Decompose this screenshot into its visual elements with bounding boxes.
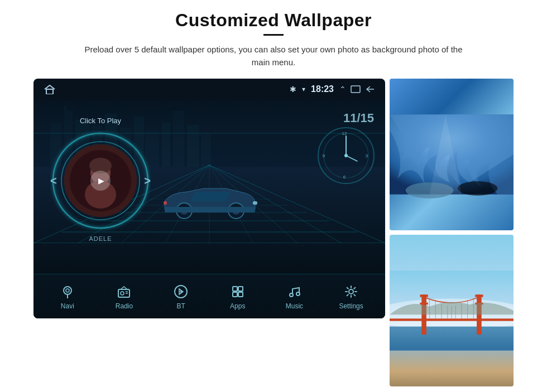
page-container: Customized Wallpaper Preload over 5 defa… [0,0,547,392]
svg-point-60 [66,289,69,292]
music-player: Click To Play [50,117,151,242]
screen-content: Click To Play [33,100,385,274]
wallpaper-ice-cave [390,79,514,230]
nav-item-navi[interactable]: Navi [45,283,90,310]
svg-text:12: 12 [342,131,347,136]
ice-cave-image [390,79,514,230]
svg-rect-6 [64,105,66,112]
back-arrow-icon [365,85,375,93]
svg-rect-79 [390,327,514,351]
song-title: ADELE [89,235,112,242]
gauge-svg: 12 3 6 9 [315,125,377,186]
radio-icon [116,283,132,300]
svg-line-53 [346,156,357,161]
prev-button[interactable]: < [50,175,57,187]
wifi-icon: ▾ [302,85,305,93]
play-button[interactable]: ▶ [90,171,111,191]
title-divider [263,34,284,36]
content-row: ✱ ▾ 18:23 ⌃ [33,79,514,386]
bridge-image [390,235,514,386]
bt-label: BT [176,302,185,310]
next-button[interactable]: > [144,175,151,187]
status-bar-left [44,84,56,94]
nav-item-settings[interactable]: Settings [329,283,373,310]
bridge-svg [390,235,514,386]
wallpaper-bridge [390,235,514,386]
album-art-circle: ▶ [64,144,137,217]
svg-rect-0 [46,89,53,94]
music-icon [286,283,303,300]
apps-label: Apps [230,302,245,310]
settings-label: Settings [339,302,363,310]
svg-rect-86 [390,318,514,321]
nav-bar: Navi Radio [33,274,385,318]
svg-rect-80 [421,294,426,335]
wallpaper-thumbnails [390,79,514,386]
radio-label: Radio [116,302,133,310]
svg-text:6: 6 [343,175,346,180]
svg-point-76 [458,181,498,196]
svg-rect-83 [477,294,482,335]
navi-icon [59,283,76,300]
page-subtitle: Preload over 5 default wallpaper options… [78,43,469,69]
music-label: Music [286,302,303,310]
apps-icon [229,283,246,300]
status-bar: ✱ ▾ 18:23 ⌃ [33,79,385,100]
svg-text:3: 3 [366,153,368,158]
svg-rect-69 [233,292,237,297]
svg-rect-81 [420,294,428,297]
window-icon [351,85,361,93]
time-display: 18:23 [311,84,334,94]
svg-point-54 [344,154,348,157]
bt-nav-icon [172,283,189,300]
svg-point-73 [349,289,353,294]
date-display: 11/15 [343,111,374,125]
svg-rect-48 [253,201,257,205]
play-icon: ▶ [98,176,104,185]
ice-cave-svg [390,79,514,230]
svg-rect-49 [164,201,167,205]
home-icon [44,84,56,94]
car-silhouette-svg [153,176,265,226]
nav-arrows: ⌃ [339,85,375,94]
up-arrow-icon: ⌃ [339,85,346,94]
status-bar-right: ✱ ▾ 18:23 ⌃ [290,84,375,94]
nav-item-bt[interactable]: BT [159,283,203,310]
navi-label: Navi [61,302,74,310]
nav-item-apps[interactable]: Apps [215,283,260,310]
svg-rect-67 [233,287,237,291]
svg-rect-1 [351,86,360,93]
svg-point-63 [121,292,124,295]
settings-icon [343,283,359,300]
svg-rect-47 [165,207,255,212]
nav-item-music[interactable]: Music [272,283,316,310]
bluetooth-icon: ✱ [290,85,296,94]
svg-rect-70 [238,292,243,297]
click-to-play-label: Click To Play [80,117,121,125]
svg-rect-84 [475,294,483,297]
svg-rect-68 [238,287,243,291]
page-title: Customized Wallpaper [175,10,372,31]
player-outer-container: < [50,130,151,231]
nav-item-radio[interactable]: Radio [102,283,146,310]
svg-point-72 [296,292,300,296]
svg-point-71 [290,293,293,297]
svg-point-59 [64,287,71,294]
car-screen: ✱ ▾ 18:23 ⌃ [33,79,385,318]
svg-text:9: 9 [323,153,325,158]
